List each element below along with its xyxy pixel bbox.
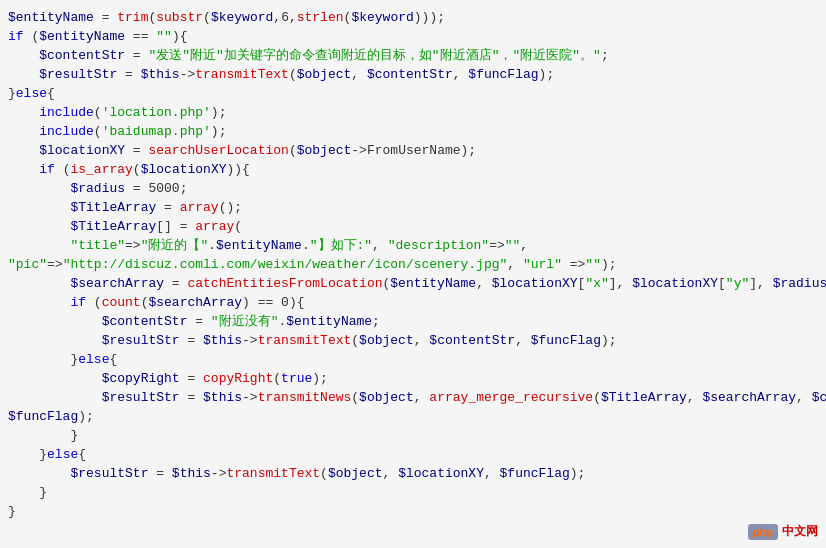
code-line-3: $contentStr = "发送"附近"加关键字的命令查询附近的目标，如"附近… (0, 46, 826, 65)
code-line-16: if (count($searchArray) == 0){ (0, 293, 826, 312)
code-line-14: "pic"=>"http://discuz.comli.com/weixin/w… (0, 255, 826, 274)
code-line-6: include('location.php'); (0, 103, 826, 122)
code-line-18: $resultStr = $this->transmitText($object… (0, 331, 826, 350)
code-line-11: $TitleArray = array(); (0, 198, 826, 217)
code-line-17: $contentStr = "附近没有".$entityName; (0, 312, 826, 331)
code-line-2: if ($entityName == ""){ (0, 27, 826, 46)
code-container: $entityName = trim(substr($keyword,6,str… (0, 0, 826, 548)
code-line-10: $radius = 5000; (0, 179, 826, 198)
code-block: $entityName = trim(substr($keyword,6,str… (0, 8, 826, 521)
php-badge: php (748, 524, 778, 540)
code-line-22: $funcFlag); (0, 407, 826, 426)
code-line-26: } (0, 483, 826, 502)
code-line-5: }else{ (0, 84, 826, 103)
site-name: 中文网 (782, 523, 818, 540)
code-line-8: $locationXY = searchUserLocation($object… (0, 141, 826, 160)
code-line-1: $entityName = trim(substr($keyword,6,str… (0, 8, 826, 27)
code-line-7: include('baidumap.php'); (0, 122, 826, 141)
code-line-24: }else{ (0, 445, 826, 464)
code-line-9: if (is_array($locationXY)){ (0, 160, 826, 179)
code-line-15: $searchArray = catchEntitiesFromLocation… (0, 274, 826, 293)
code-line-23: } (0, 426, 826, 445)
code-line-27: } (0, 502, 826, 521)
code-line-4: $resultStr = $this->transmitText($object… (0, 65, 826, 84)
php-text: php (753, 526, 773, 538)
code-line-19: }else{ (0, 350, 826, 369)
code-line-20: $copyRight = copyRight(true); (0, 369, 826, 388)
code-line-21: $resultStr = $this->transmitNews($object… (0, 388, 826, 407)
watermark: php 中文网 (748, 523, 818, 540)
code-line-12: $TitleArray[] = array( (0, 217, 826, 236)
code-line-25: $resultStr = $this->transmitText($object… (0, 464, 826, 483)
code-line-13: "title"=>"附近的【".$entityName."】如下:", "des… (0, 236, 826, 255)
